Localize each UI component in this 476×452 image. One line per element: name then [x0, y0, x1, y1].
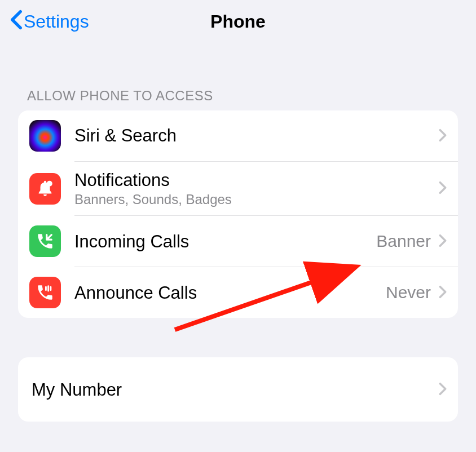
row-label: Incoming Calls	[74, 231, 376, 252]
row-my-number[interactable]: My Number	[18, 357, 458, 422]
chevron-right-icon	[439, 126, 447, 147]
incoming-calls-value: Banner	[376, 232, 431, 251]
row-label: Siri & Search	[74, 125, 437, 146]
incoming-call-icon	[29, 225, 61, 257]
svg-point-0	[47, 180, 52, 186]
row-main: Incoming Calls	[74, 224, 376, 259]
siri-icon	[29, 120, 61, 152]
row-main: Siri & Search	[74, 118, 437, 153]
row-siri-search[interactable]: Siri & Search	[18, 110, 458, 161]
back-button[interactable]: Settings	[10, 10, 89, 33]
chevron-right-icon	[439, 231, 447, 252]
row-main: Notifications Banners, Sounds, Badges	[74, 170, 437, 207]
settings-group-access: Siri & Search Notifications Banners, Sou…	[18, 110, 458, 318]
section-access: Allow Phone to access Siri & Search	[0, 88, 476, 422]
row-announce-calls[interactable]: Announce Calls Never	[18, 267, 458, 318]
nav-header: Settings Phone	[0, 0, 476, 43]
chevron-left-icon	[10, 10, 23, 33]
settings-group-number: My Number	[18, 357, 458, 422]
page-title: Phone	[210, 11, 266, 32]
row-notifications[interactable]: Notifications Banners, Sounds, Badges	[18, 162, 458, 215]
row-main: My Number	[32, 372, 437, 407]
back-label: Settings	[24, 11, 89, 32]
section-header-access: Allow Phone to access	[18, 88, 458, 110]
row-label: Notifications	[74, 170, 437, 190]
chevron-right-icon	[439, 379, 447, 400]
row-label: My Number	[32, 379, 437, 400]
announce-calls-icon	[29, 277, 61, 308]
row-subtitle: Banners, Sounds, Badges	[74, 192, 437, 207]
row-main: Announce Calls	[74, 275, 386, 310]
chevron-right-icon	[439, 282, 447, 303]
notifications-icon	[29, 173, 61, 205]
chevron-right-icon	[439, 178, 447, 199]
row-label: Announce Calls	[74, 282, 386, 303]
announce-calls-value: Never	[386, 283, 431, 302]
row-incoming-calls[interactable]: Incoming Calls Banner	[18, 216, 458, 267]
